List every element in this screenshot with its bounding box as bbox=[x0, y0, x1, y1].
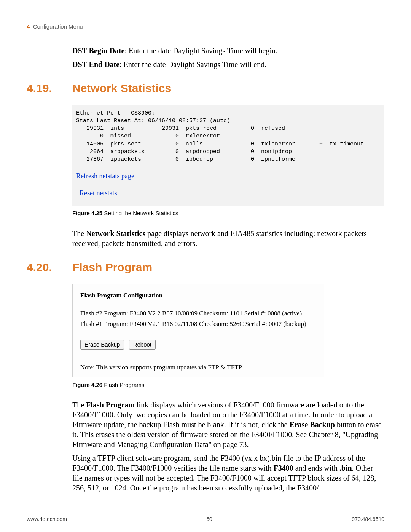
para-text: and ends with bbox=[293, 464, 339, 472]
footer-page-number: 60 bbox=[206, 516, 212, 522]
netstats-text: Ethernet Port - CS8900: Stats Last Reset… bbox=[76, 110, 364, 163]
page-footer: www.rletech.com 60 970.484.6510 bbox=[27, 516, 384, 522]
dst-begin-label: DST Begin Date bbox=[72, 46, 124, 55]
section-number: 4.20. bbox=[27, 260, 72, 275]
para-bold: F3400 bbox=[273, 464, 293, 472]
figure-label: Figure 4.25 bbox=[72, 210, 102, 216]
page-header: 4 Configuration Menu bbox=[27, 23, 384, 30]
footer-url: www.rletech.com bbox=[27, 516, 67, 522]
refresh-netstats-link[interactable]: Refresh netstats page bbox=[76, 172, 134, 180]
figure-4-26-caption: Figure 4.26 Flash Programs bbox=[72, 381, 384, 389]
figure-label: Figure 4.26 bbox=[72, 382, 102, 388]
network-stats-paragraph: The Network Statistics page displays net… bbox=[72, 228, 384, 248]
reboot-button[interactable]: Reboot bbox=[129, 340, 156, 350]
erase-backup-button[interactable]: Erase Backup bbox=[80, 340, 124, 350]
para-bold: Network Statistics bbox=[86, 229, 145, 238]
divider bbox=[80, 359, 316, 359]
flash-program-block: Flash Program Configuration Flash #2 Pro… bbox=[72, 284, 384, 493]
section-4-20-heading: 4.20. Flash Program bbox=[27, 260, 384, 275]
figure-4-25-caption: Figure 4.25 Setting the Network Statisti… bbox=[72, 209, 384, 217]
flash-1-line: Flash #1 Program: F3400 V2.1 B16 02/11/0… bbox=[80, 320, 316, 328]
flash-2-line: Flash #2 Program: F3400 V2.2 B07 10/08/0… bbox=[80, 309, 316, 318]
reset-netstats-link[interactable]: Reset netstats bbox=[80, 189, 117, 197]
flash-config-box: Flash Program Configuration Flash #2 Pro… bbox=[72, 284, 324, 377]
dst-begin-text: : Enter the date Daylight Savings Time w… bbox=[124, 46, 277, 55]
flash-note: Note: This version supports program upda… bbox=[80, 363, 316, 372]
footer-phone: 970.484.6510 bbox=[352, 516, 384, 522]
section-title: Flash Program bbox=[72, 260, 152, 275]
dst-block: DST Begin Date: Enter the date Daylight … bbox=[72, 46, 384, 69]
figure-text: Setting the Network Statistics bbox=[102, 210, 178, 216]
chapter-number: 4 bbox=[27, 23, 30, 30]
flash-paragraph-1: The Flash Program link displays which ve… bbox=[72, 400, 384, 449]
flash-box-title: Flash Program Configuration bbox=[80, 291, 316, 300]
section-title: Network Statistics bbox=[72, 81, 171, 96]
chapter-title: Configuration Menu bbox=[33, 23, 83, 30]
flash-paragraph-2: Using a TFTP client software program, se… bbox=[72, 453, 384, 493]
section-4-19-heading: 4.19. Network Statistics bbox=[27, 81, 384, 96]
network-stats-block: Ethernet Port - CS8900: Stats Last Reset… bbox=[72, 105, 384, 248]
figure-text: Flash Programs bbox=[102, 382, 144, 388]
netstats-output-box: Ethernet Port - CS8900: Stats Last Reset… bbox=[72, 105, 384, 206]
para-bold: Erase Backup bbox=[289, 420, 335, 429]
section-number: 4.19. bbox=[27, 81, 72, 96]
dst-end-text: : Enter the date Daylight Savings Time w… bbox=[119, 60, 266, 69]
para-bold: .bin bbox=[339, 464, 352, 472]
para-text: The bbox=[72, 401, 86, 409]
dst-end-label: DST End Date bbox=[72, 60, 119, 69]
para-text: The bbox=[72, 229, 86, 238]
para-bold: Flash Program bbox=[86, 401, 135, 409]
